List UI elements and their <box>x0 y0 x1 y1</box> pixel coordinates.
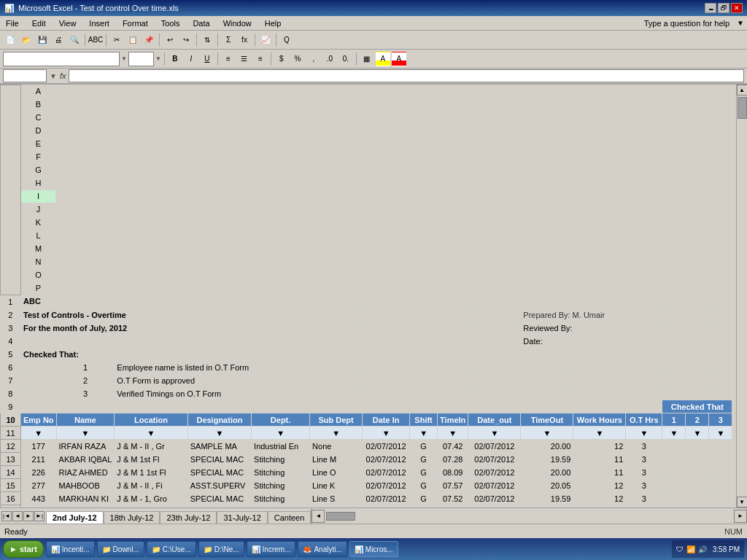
scroll-thumb-horizontal[interactable] <box>326 512 355 521</box>
filter-subdept[interactable]: ▼ <box>310 427 363 440</box>
filter-shift[interactable]: ▼ <box>410 427 438 440</box>
scroll-thumb-vertical[interactable] <box>738 97 747 119</box>
row-num-4[interactable]: 4 <box>1 335 21 348</box>
comma-button[interactable]: , <box>306 52 321 66</box>
row-num-5[interactable]: 5 <box>1 348 21 361</box>
row-num-3[interactable]: 3 <box>1 322 21 335</box>
col-header-c[interactable]: C <box>21 112 56 125</box>
col-header-i[interactable]: I <box>21 190 56 203</box>
taskbar-item-Analyti[interactable]: 🦊Analyti... <box>298 541 347 557</box>
increase-decimal-button[interactable]: .0 <box>322 52 337 66</box>
filter-timein[interactable]: ▼ <box>438 427 468 440</box>
font-size-input[interactable]: 9 <box>128 52 154 66</box>
menu-data[interactable]: Data <box>190 18 212 28</box>
col-header-m[interactable]: M <box>21 243 56 256</box>
filter-empno[interactable]: ▼ <box>21 427 57 440</box>
col-header-j[interactable]: J <box>21 203 56 217</box>
zoom-out-button[interactable]: Q <box>279 33 294 47</box>
maximize-button[interactable]: 🗗 <box>718 3 729 13</box>
close-button[interactable]: ✕ <box>731 3 743 13</box>
filter-dept[interactable]: ▼ <box>252 427 310 440</box>
tab-nav-last[interactable]: ►| <box>34 511 44 521</box>
row-num-6[interactable]: 6 <box>1 361 21 374</box>
dropdown-arrow-cell[interactable]: ▼ <box>50 72 57 80</box>
tab-nav-first[interactable]: |◄ <box>1 511 12 521</box>
cell-c6[interactable]: Employee name is listed in O.T Form <box>115 361 252 374</box>
cell-c8[interactable]: Verified Timings on O.T Form <box>115 387 252 400</box>
menu-edit[interactable]: Edit <box>29 18 49 28</box>
cell-a3[interactable]: For the month of July, 2012 <box>21 322 252 335</box>
taskbar-item-DNe[interactable]: 📁D:\Ne... <box>198 541 244 557</box>
menu-view[interactable]: View <box>56 18 80 28</box>
sheet-tab-2ndJuly-12[interactable]: 2nd July-12 <box>46 511 104 524</box>
col-header-a[interactable]: A <box>21 85 56 98</box>
font-name-dropdown[interactable]: ▼ <box>121 55 127 62</box>
col-header-h[interactable]: H <box>21 177 56 190</box>
taskbar-item-Increm[interactable]: 📊Increm... <box>247 541 296 557</box>
help-search[interactable]: Type a question for help <box>644 19 729 28</box>
font-name-input[interactable]: Times New Roman <box>3 52 120 66</box>
vertical-scrollbar[interactable]: ▲ ▼ <box>736 85 747 508</box>
sheet-tab-31-July-12[interactable]: 31-July-12 <box>217 511 267 524</box>
col-header-l[interactable]: L <box>21 230 56 243</box>
undo-button[interactable]: ↩ <box>163 33 177 47</box>
filter-check2[interactable]: ▼ <box>686 427 709 440</box>
filter-workhours[interactable]: ▼ <box>573 427 626 440</box>
filter-check3[interactable]: ▼ <box>709 427 732 440</box>
sheet-tab-18thJuly-12[interactable]: 18th July-12 <box>104 511 160 524</box>
col-header-g[interactable]: G <box>21 164 56 177</box>
paste-button[interactable]: 📌 <box>142 33 156 47</box>
col-header-f[interactable]: F <box>21 151 56 164</box>
formula-input[interactable]: 07.46 <box>69 69 744 82</box>
align-right-button[interactable]: ≡ <box>253 52 268 66</box>
preview-button[interactable]: 🔍 <box>67 33 82 47</box>
scroll-left-button[interactable]: ◄ <box>311 510 325 523</box>
start-button[interactable]: ► start <box>3 540 44 558</box>
decrease-decimal-button[interactable]: 0. <box>338 52 353 66</box>
cell-b6[interactable]: 1 <box>56 361 115 374</box>
menu-window[interactable]: Window <box>220 18 255 28</box>
cell-a5[interactable]: Checked That: <box>21 348 115 361</box>
function-button[interactable]: fx <box>237 33 252 47</box>
tab-nav-next[interactable]: ► <box>23 511 34 521</box>
taskbar-item-Micros[interactable]: 📊Micros... <box>349 541 398 557</box>
row-num-7[interactable]: 7 <box>1 374 21 387</box>
tab-nav-prev[interactable]: ◄ <box>12 511 23 521</box>
align-center-button[interactable]: ☰ <box>237 52 252 66</box>
open-button[interactable]: 📂 <box>19 33 34 47</box>
bold-button[interactable]: B <box>168 52 182 66</box>
menu-tools[interactable]: Tools <box>158 18 183 28</box>
cell-a1[interactable]: ABC <box>21 295 115 308</box>
print-button[interactable]: 🖨 <box>51 33 66 47</box>
cut-button[interactable]: ✂ <box>109 33 124 47</box>
filter-dateout[interactable]: ▼ <box>468 427 521 440</box>
horizontal-scrollbar[interactable]: ◄ ► <box>311 508 747 524</box>
scroll-up-button[interactable]: ▲ <box>737 85 748 96</box>
filter-othrs[interactable]: ▼ <box>626 427 662 440</box>
col-header-e[interactable]: E <box>21 138 56 151</box>
sum-button[interactable]: Σ <box>221 33 236 47</box>
filter-datein[interactable]: ▼ <box>363 427 410 440</box>
row-num-8[interactable]: 8 <box>1 387 21 400</box>
align-left-button[interactable]: ≡ <box>221 52 236 66</box>
spell-button[interactable]: ABC <box>88 33 103 47</box>
taskbar-item-Downl[interactable]: 📁Downl... <box>97 541 144 557</box>
redo-button[interactable]: ↪ <box>179 33 193 47</box>
font-color-button[interactable]: A <box>392 52 406 66</box>
filter-timeout[interactable]: ▼ <box>521 427 573 440</box>
italic-button[interactable]: I <box>184 52 198 66</box>
filter-name[interactable]: ▼ <box>56 427 115 440</box>
help-arrow[interactable]: ▼ <box>737 19 744 27</box>
copy-button[interactable]: 📋 <box>125 33 140 47</box>
taskbar-item-CUse[interactable]: 📁C:\Use... <box>147 541 196 557</box>
taskbar-item-Incenti[interactable]: 📊Incenti... <box>46 541 95 557</box>
col-header-n[interactable]: N <box>21 256 56 269</box>
sort-asc-button[interactable]: ⇅ <box>200 33 214 47</box>
cell-a2[interactable]: Test of Controls - Overtime <box>21 308 252 322</box>
col-header-o[interactable]: O <box>21 269 56 282</box>
filter-check1[interactable]: ▼ <box>662 427 686 440</box>
font-size-dropdown[interactable]: ▼ <box>155 55 161 62</box>
minimize-button[interactable]: 🗕 <box>705 3 716 13</box>
menu-insert[interactable]: Insert <box>86 18 112 28</box>
row-num-2[interactable]: 2 <box>1 308 21 322</box>
